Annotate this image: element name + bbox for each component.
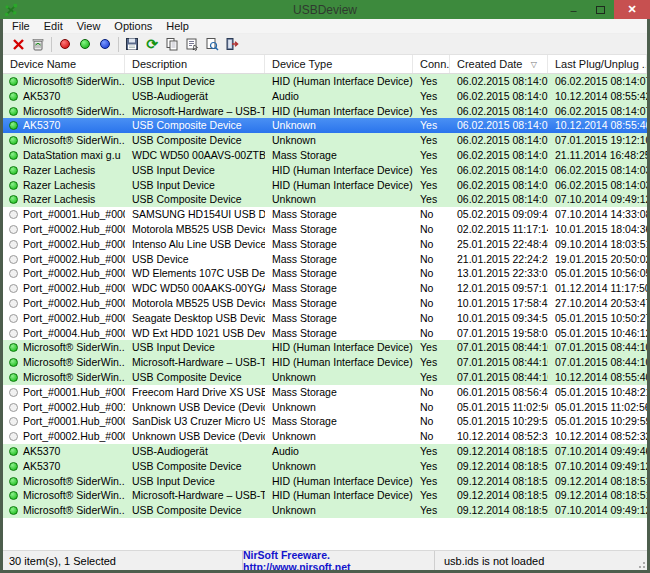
cell-device-type: HID (Human Interface Device) (265, 163, 413, 178)
refresh-button[interactable]: ⟳ (142, 35, 162, 54)
cell-connected: No (413, 296, 450, 311)
cell-last-plug-unplug: 07.10.2014 09:49:12 (548, 503, 647, 518)
status-dot-icon (9, 299, 18, 308)
statusbar-freeware: NirSoft Freeware. http://www.nirsoft.net (243, 551, 435, 570)
menu-item-file[interactable]: File (3, 19, 37, 33)
table-row[interactable]: Port_#0001.Hub_#0007 SanDisk U3 Cruzer M… (3, 414, 647, 429)
status-dot-icon (9, 225, 18, 234)
delete-button[interactable] (8, 35, 28, 54)
table-row[interactable]: Microsoft® SiderWin... USB Composite Dev… (3, 133, 647, 148)
table-row[interactable]: Port_#0002.Hub_#0010 Unknown USB Device … (3, 400, 647, 415)
table-row[interactable]: Port_#0004.Hub_#0006 WD Ext HDD 1021 USB… (3, 326, 647, 341)
table-row[interactable]: Microsoft® SiderWin... Microsoft-Hardwar… (3, 355, 647, 370)
cell-last-plug-unplug: 21.11.2014 16:48:25 (548, 148, 647, 163)
resize-grip[interactable] (634, 557, 646, 569)
cell-device-type: HID (Human Interface Device) (265, 74, 413, 89)
cell-device-name: Microsoft® SiderWin... (3, 104, 125, 119)
green-dot-button[interactable] (75, 35, 95, 54)
table-row[interactable]: Razer Lachesis USB Input Device HID (Hum… (3, 178, 647, 193)
exit-button[interactable] (222, 35, 242, 54)
cell-device-name: AK5370 (3, 459, 125, 474)
cell-device-name: Port_#0002.Hub_#0007 (3, 266, 125, 281)
table-row[interactable]: AK5370 USB Composite Device Unknown Yes … (3, 459, 647, 474)
cell-device-type: Unknown (265, 503, 413, 518)
save-button[interactable] (122, 35, 142, 54)
status-dot-icon (9, 181, 18, 190)
cell-device-name: Microsoft® SiderWin... (3, 488, 125, 503)
cell-description: USB Composite Device (125, 503, 265, 518)
close-button[interactable]: ✕ (614, 0, 650, 19)
status-dot-icon (9, 491, 18, 500)
table-row[interactable]: DataStation maxi g.u WDC WD50 00AAVS-00Z… (3, 148, 647, 163)
table-row[interactable]: Microsoft® SiderWin... USB Composite Dev… (3, 503, 647, 518)
cell-device-name: Port_#0001.Hub_#0006 (3, 385, 125, 400)
column-label: Description (132, 58, 187, 70)
green-dot-icon (80, 39, 90, 49)
menu-item-help[interactable]: Help (159, 19, 196, 33)
table-row[interactable]: AK5370 USB-Audiogerät Audio Yes 09.12.20… (3, 444, 647, 459)
column-header-description[interactable]: Description (125, 55, 265, 73)
column-label: Conn... (420, 58, 450, 70)
column-header-connected[interactable]: Conn... (413, 55, 450, 73)
cell-description: Unknown USB Device (Device ... (125, 400, 265, 415)
cell-device-name: Razer Lachesis (3, 178, 125, 193)
statusbar: 30 item(s), 1 Selected NirSoft Freeware.… (3, 550, 647, 570)
cell-connected: Yes (413, 74, 450, 89)
table-row[interactable]: Razer Lachesis USB Composite Device Unkn… (3, 192, 647, 207)
column-header-last-plug-unplug[interactable]: Last Plug/Unplug ... (548, 55, 647, 73)
table-row[interactable]: Port_#0002.Hub_#0007 WD Elements 107C US… (3, 266, 647, 281)
status-dot-icon (9, 417, 18, 426)
table-row[interactable]: Port_#0002.Hub_#0006 Seagate Desktop USB… (3, 311, 647, 326)
cell-device-type: Unknown (265, 459, 413, 474)
cell-last-plug-unplug: 07.10.2014 09:49:46 (548, 444, 647, 459)
table-row[interactable]: AK5370 USB Composite Device Unknown Yes … (3, 118, 647, 133)
column-header-created-date[interactable]: Created Date ▽ (450, 55, 548, 73)
table-row[interactable]: Microsoft® SiderWin... Microsoft-Hardwar… (3, 488, 647, 503)
cell-last-plug-unplug: 06.02.2015 08:14:07 (548, 104, 647, 119)
table-row[interactable]: Port_#0002.Hub_#0007 USB Device Mass Sto… (3, 252, 647, 267)
table-row[interactable]: Microsoft® SiderWin... USB Input Device … (3, 474, 647, 489)
table-row[interactable]: Microsoft® SiderWin... USB Input Device … (3, 340, 647, 355)
table-row[interactable]: Port_#0002.Hub_#0002 Unknown USB Device … (3, 429, 647, 444)
table-row[interactable]: Port_#0002.Hub_#0007 Motorola MB525 USB … (3, 222, 647, 237)
menu-item-view[interactable]: View (70, 19, 108, 33)
table-row[interactable]: Microsoft® SiderWin... USB Composite Dev… (3, 370, 647, 385)
copy-button[interactable] (162, 35, 182, 54)
cell-last-plug-unplug: 19.01.2015 20:50:02 (548, 252, 647, 267)
table-row[interactable]: AK5370 USB-Audiogerät Audio Yes 06.02.20… (3, 89, 647, 104)
cell-device-type: Mass Storage (265, 266, 413, 281)
cell-connected: Yes (413, 488, 450, 503)
table-row[interactable]: Port_#0002.Hub_#0008 WDC WD50 00AAKS-00Y… (3, 281, 647, 296)
save-icon (125, 37, 139, 51)
cell-connected: No (413, 400, 450, 415)
table-row[interactable]: Port_#0001.Hub_#0006 Freecom Hard Drive … (3, 385, 647, 400)
maximize-button[interactable] (587, 0, 614, 19)
table-row[interactable]: Port_#0002.Hub_#0007 Intenso Alu Line US… (3, 237, 647, 252)
table-row[interactable]: Port_#0001.Hub_#0006 SAMSUNG HD154UI USB… (3, 207, 647, 222)
table-row[interactable]: Microsoft® SiderWin... USB Input Device … (3, 74, 647, 89)
cell-connected: Yes (413, 163, 450, 178)
find-button[interactable] (202, 35, 222, 54)
cell-created-date: 10.01.2015 17:58:43 (450, 296, 548, 311)
column-label: Device Type (272, 58, 332, 70)
cell-created-date: 09.12.2014 08:18:50 (450, 503, 548, 518)
status-dot-icon (9, 210, 18, 219)
menu-item-options[interactable]: Options (107, 19, 159, 33)
status-dot-icon (9, 195, 18, 204)
status-dot-icon (9, 373, 18, 382)
red-dot-button[interactable] (55, 35, 75, 54)
menu-item-edit[interactable]: Edit (37, 19, 70, 33)
table-row[interactable]: Microsoft® SiderWin... Microsoft-Hardwar… (3, 104, 647, 119)
cell-device-name: Microsoft® SiderWin... (3, 340, 125, 355)
cell-created-date: 06.02.2015 08:14:03 (450, 163, 548, 178)
table-row[interactable]: Port_#0002.Hub_#0006 Motorola MB525 USB … (3, 296, 647, 311)
column-header-device-type[interactable]: Device Type (265, 55, 413, 73)
table-row[interactable]: Razer Lachesis USB Input Device HID (Hum… (3, 163, 647, 178)
minimize-button[interactable]: – (560, 0, 587, 19)
blue-dot-button[interactable] (95, 35, 115, 54)
cell-last-plug-unplug: 10.12.2014 08:52:32 (548, 429, 647, 444)
column-header-device-name[interactable]: Device Name (3, 55, 125, 73)
cell-device-name: Microsoft® SiderWin... (3, 74, 125, 89)
properties-button[interactable] (182, 35, 202, 54)
uninstall-button[interactable] (28, 35, 48, 54)
